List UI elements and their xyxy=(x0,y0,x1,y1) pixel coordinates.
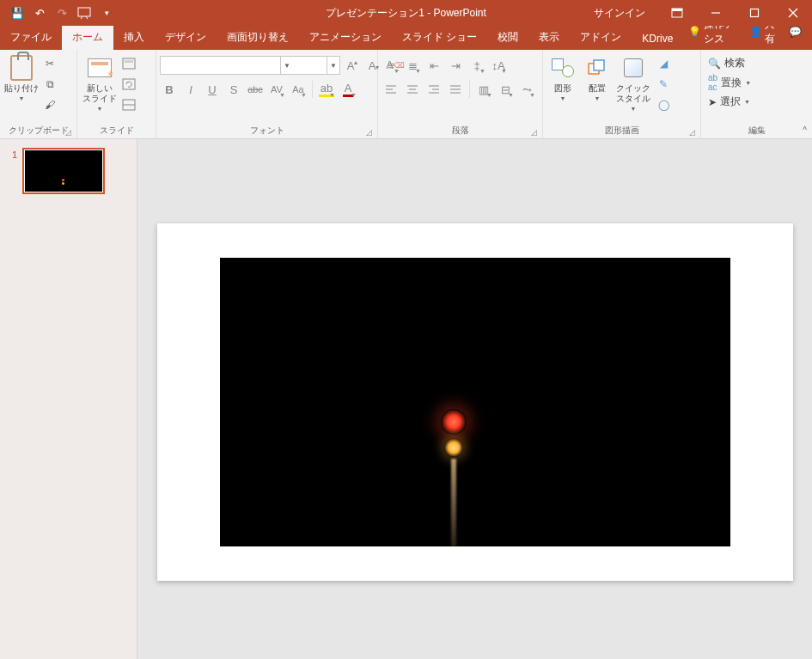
tab-review[interactable]: 校閲 xyxy=(487,25,528,50)
font-color-button[interactable]: A▼ xyxy=(339,80,357,99)
strike-button[interactable]: abc xyxy=(246,80,265,99)
tab-home[interactable]: ホーム xyxy=(62,25,113,50)
minimize-button[interactable] xyxy=(696,0,735,26)
group-slides: 新しい スライド ▼ スライド xyxy=(77,50,156,138)
ribbon-options-button[interactable] xyxy=(657,0,696,26)
tab-view[interactable]: 表示 xyxy=(528,25,570,50)
select-button[interactable]: ➤ 選択 ▼ xyxy=(708,95,750,109)
columns-button[interactable]: ▥▼ xyxy=(474,80,493,99)
chevron-down-icon: ▼ xyxy=(281,62,293,70)
change-case-button[interactable]: Aa▼ xyxy=(289,80,308,99)
reset-button[interactable] xyxy=(120,76,137,93)
drawing-launcher[interactable]: ◿ xyxy=(689,128,695,137)
search-icon: 🔍 xyxy=(708,58,721,70)
font-selector[interactable]: ▼ ▼ xyxy=(160,56,340,75)
replace-button[interactable]: abac 置換 ▼ xyxy=(708,73,751,92)
find-button[interactable]: 🔍 検索 xyxy=(708,56,745,70)
shape-outline-button[interactable]: ✎ xyxy=(655,76,672,93)
group-font: ▼ ▼ A▴ A▾ A⌫ B I U S abc AV▼ Aa▼ ab▼ A▼ xyxy=(156,50,378,138)
thumbnail-preview[interactable] xyxy=(22,148,105,194)
tab-kdrive[interactable]: KDrive xyxy=(632,27,683,50)
quick-styles-button[interactable]: クイック スタイル ▼ xyxy=(615,52,651,113)
thumbnail-item[interactable]: 1 xyxy=(0,148,137,194)
slide-canvas[interactable] xyxy=(157,223,793,581)
undo-button[interactable]: ↶ xyxy=(29,3,50,23)
bucket-icon: ◢ xyxy=(660,58,668,70)
signin-button[interactable]: サインイン xyxy=(582,6,657,21)
text-direction-button[interactable]: ↕A▼ xyxy=(489,56,508,75)
clipboard-icon xyxy=(8,54,35,82)
italic-button[interactable]: I xyxy=(181,80,200,99)
section-button[interactable] xyxy=(120,96,137,113)
find-label: 検索 xyxy=(724,56,745,70)
align-text-button[interactable]: ⊟▼ xyxy=(496,80,515,99)
quick-styles-icon xyxy=(620,54,647,82)
shape-effects-button[interactable]: ◯ xyxy=(655,96,672,113)
chevron-down-icon: ▼ xyxy=(560,95,566,102)
smartart-button[interactable]: ⤳▼ xyxy=(517,80,536,99)
inc-indent-button[interactable]: ⇥ xyxy=(446,56,465,75)
new-slide-button[interactable]: 新しい スライド ▼ xyxy=(81,52,119,113)
chevron-down-icon: ▼ xyxy=(744,99,750,105)
shapes-button[interactable]: 図形 ▼ xyxy=(546,52,579,102)
align-left-button[interactable] xyxy=(382,80,400,99)
redo-button[interactable]: ↷ xyxy=(52,3,72,23)
tab-slideshow[interactable]: スライド ショー xyxy=(392,25,487,50)
bold-button[interactable]: B xyxy=(160,80,179,99)
line-spacing-button[interactable]: ‡▼ xyxy=(467,56,486,75)
paragraph-launcher[interactable]: ◿ xyxy=(531,128,537,137)
slide-image[interactable] xyxy=(220,258,730,546)
svg-rect-6 xyxy=(750,9,758,17)
dec-indent-button[interactable]: ⇤ xyxy=(424,56,443,75)
numbering-button[interactable]: ≣▼ xyxy=(403,56,422,75)
tab-design[interactable]: デザイン xyxy=(155,25,217,50)
clipboard-launcher[interactable]: ◿ xyxy=(65,128,71,137)
align-center-button[interactable] xyxy=(403,80,422,99)
qat-more-button[interactable]: ▾ xyxy=(96,3,117,23)
svg-rect-0 xyxy=(78,8,90,16)
align-right-button[interactable] xyxy=(424,80,443,99)
copy-button[interactable]: ⧉ xyxy=(41,76,58,93)
new-slide-label: 新しい スライド xyxy=(82,83,117,104)
chevron-down-icon: ▼ xyxy=(97,106,103,113)
shape-fill-button[interactable]: ◢ xyxy=(655,55,672,72)
bullets-button[interactable]: ≡▼ xyxy=(382,56,400,75)
chevron-down-icon: ▼ xyxy=(19,95,25,102)
layout-button[interactable] xyxy=(120,55,137,72)
justify-button[interactable] xyxy=(446,80,465,99)
quick-styles-label: クイック スタイル xyxy=(616,83,650,104)
highlight-button[interactable]: ab▼ xyxy=(317,80,336,99)
paste-button[interactable]: 貼り付け ▼ xyxy=(3,52,40,102)
shrink-font-button[interactable]: A▾ xyxy=(364,56,383,75)
cut-button[interactable]: ✂ xyxy=(41,55,58,72)
tab-transitions[interactable]: 画面切り替え xyxy=(217,25,299,50)
tab-file[interactable]: ファイル xyxy=(0,25,62,50)
font-launcher[interactable]: ◿ xyxy=(366,128,372,137)
quick-access-toolbar: 💾 ↶ ↷ ▾ xyxy=(0,3,117,23)
arrange-button[interactable]: 配置 ▼ xyxy=(581,52,614,102)
chevron-down-icon: ▼ xyxy=(631,106,637,113)
font-size-input[interactable] xyxy=(293,57,327,74)
tab-addins[interactable]: アドイン xyxy=(570,25,632,50)
image-content xyxy=(437,409,471,546)
start-slideshow-button[interactable] xyxy=(74,3,95,23)
slide-editor[interactable] xyxy=(137,139,812,659)
maximize-button[interactable] xyxy=(735,0,773,26)
tab-animations[interactable]: アニメーション xyxy=(299,25,392,50)
shadow-button[interactable]: S xyxy=(224,80,243,99)
svg-rect-27 xyxy=(594,60,604,70)
collapse-ribbon-button[interactable]: ^ xyxy=(803,125,807,135)
save-button[interactable]: 💾 xyxy=(7,3,27,23)
underline-button[interactable]: U xyxy=(203,80,222,99)
svg-rect-11 xyxy=(123,79,135,89)
select-label: 選択 xyxy=(720,95,741,109)
font-name-input[interactable] xyxy=(161,57,281,74)
char-spacing-button[interactable]: AV▼ xyxy=(267,80,286,99)
tab-insert[interactable]: 挿入 xyxy=(113,25,155,50)
group-paragraph: ≡▼ ≣▼ ⇤ ⇥ ‡▼ ↕A▼ ▥▼ ⊟▼ ⤳▼ 段落◿ xyxy=(378,50,543,138)
format-painter-button[interactable]: 🖌 xyxy=(41,96,58,113)
paste-label: 貼り付け xyxy=(4,83,39,94)
grow-font-button[interactable]: A▴ xyxy=(343,56,362,75)
close-button[interactable] xyxy=(773,0,812,26)
slide-thumbnails-panel[interactable]: 1 xyxy=(0,139,137,659)
